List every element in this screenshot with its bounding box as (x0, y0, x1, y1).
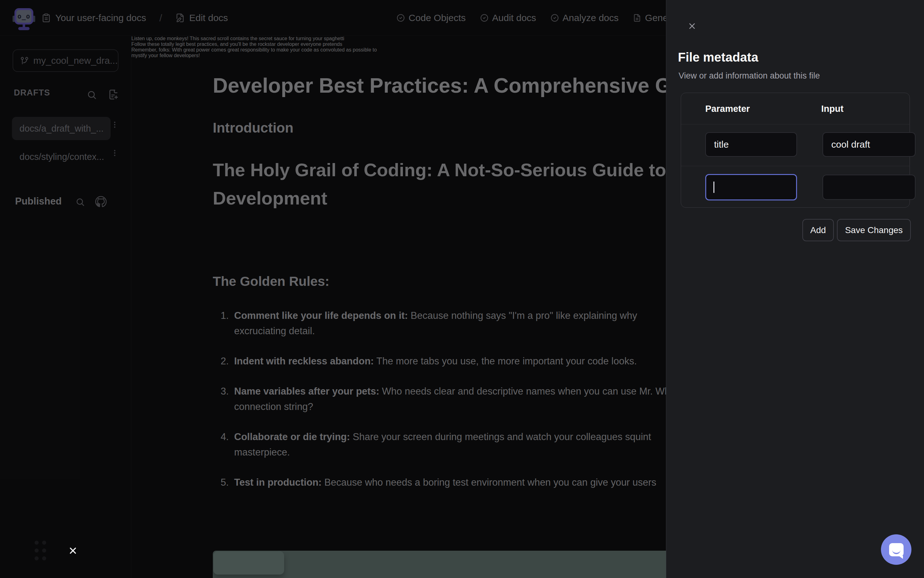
metadata-table: Parameter Input (681, 93, 910, 208)
close-icon[interactable] (68, 546, 78, 556)
text-cursor (713, 182, 714, 193)
file-metadata-drawer: File metadata View or add information ab… (666, 0, 924, 578)
chat-bubble-icon (889, 543, 904, 556)
save-changes-button[interactable]: Save Changes (837, 219, 911, 241)
input-field[interactable] (823, 175, 916, 200)
drawer-title: File metadata (678, 50, 758, 64)
column-header-input: Input (821, 104, 844, 114)
parameter-field[interactable] (705, 132, 797, 157)
add-button[interactable]: Add (802, 219, 834, 241)
column-header-parameter: Parameter (705, 104, 750, 114)
input-field[interactable] (823, 132, 916, 157)
chat-launcher-button[interactable] (881, 534, 911, 565)
table-header: Parameter Input (681, 93, 909, 124)
parameter-field-focused[interactable] (705, 174, 797, 200)
drawer-subtitle: View or add information about this file (678, 71, 820, 81)
row-divider (681, 166, 909, 166)
close-icon[interactable] (687, 21, 697, 31)
